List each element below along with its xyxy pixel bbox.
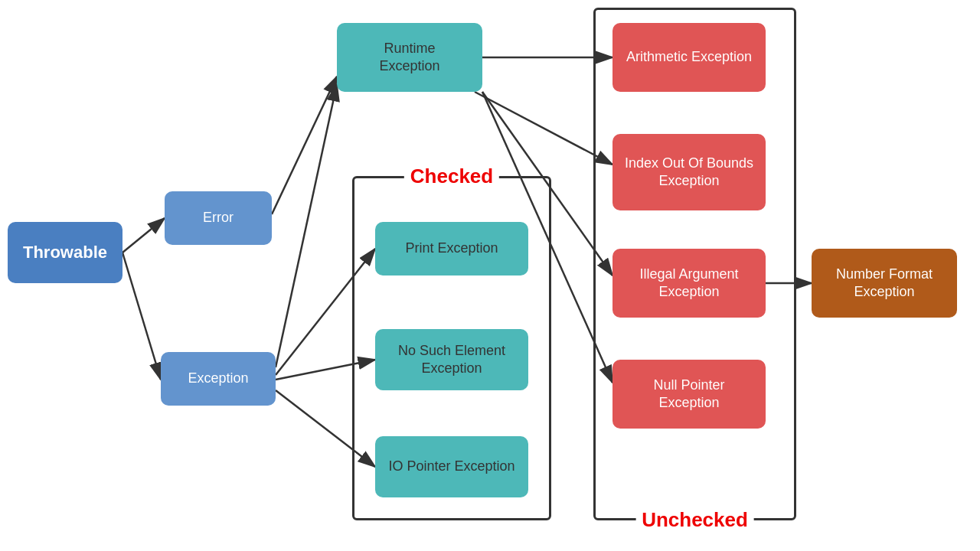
illegalargument-node: Illegal Argument Exception	[612, 249, 766, 318]
checked-label: Checked	[404, 165, 499, 188]
iopointer-label: IO Pointer Exception	[388, 458, 514, 475]
arithmetic-label: Arithmetic Exception	[626, 48, 752, 66]
illegalargument-label: Illegal Argument Exception	[622, 266, 756, 302]
print-exception-node: Print Exception	[375, 222, 528, 276]
runtime-exception-node: RuntimeException	[337, 23, 482, 92]
numberformat-node: Number Format Exception	[812, 249, 957, 318]
throwable-node: Throwable	[8, 222, 122, 283]
nullpointer-node: Null Pointer Exception	[612, 360, 766, 429]
nosuchelement-node: No Such Element Exception	[375, 329, 528, 390]
error-node: Error	[165, 191, 272, 245]
nullpointer-label: Null Pointer Exception	[622, 377, 756, 412]
exception-node: Exception	[161, 352, 276, 406]
nosuchelement-label: No Such Element Exception	[384, 342, 519, 378]
diagram: Throwable Error Exception RuntimeExcepti…	[0, 0, 980, 551]
runtime-label: RuntimeException	[379, 40, 439, 76]
numberformat-label: Number Format Exception	[821, 266, 948, 302]
svg-line-3	[276, 84, 337, 367]
svg-line-2	[272, 77, 337, 214]
print-label: Print Exception	[405, 240, 498, 257]
svg-line-0	[122, 218, 165, 253]
svg-line-1	[122, 253, 161, 380]
indexoutofbounds-label: Index Out Of Bounds Exception	[622, 155, 756, 191]
exception-label: Exception	[188, 370, 248, 387]
unchecked-label: Unchecked	[635, 508, 754, 532]
indexoutofbounds-node: Index Out Of Bounds Exception	[612, 134, 766, 210]
error-label: Error	[203, 209, 234, 227]
svg-line-8	[475, 92, 612, 165]
throwable-label: Throwable	[23, 242, 107, 264]
iopointer-node: IO Pointer Exception	[375, 436, 528, 497]
arithmetic-node: Arithmetic Exception	[612, 23, 766, 92]
